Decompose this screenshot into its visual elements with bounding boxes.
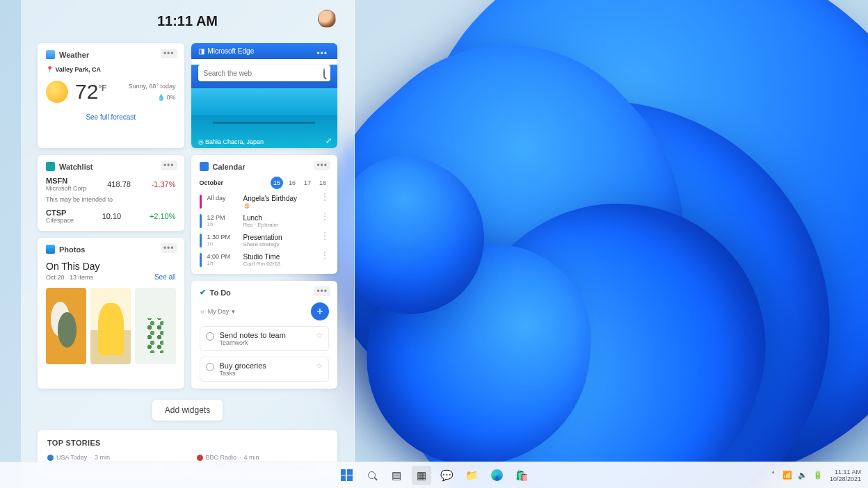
task-view-button[interactable]: ▤ — [387, 466, 406, 485]
sun-small-icon: ☼ — [200, 308, 205, 315]
widgets-panel: 11:11 AM ••• Weather 📍 Valley Park, CA 7… — [21, 0, 355, 488]
event-time: 12 PM1h — [207, 214, 238, 228]
watchlist-widget[interactable]: ••• Watchlist MSFN Microsoft Corp 418.78… — [38, 155, 184, 231]
watchlist-icon — [46, 162, 55, 171]
calendar-day[interactable]: 16 — [286, 177, 298, 189]
task-sub: Teamwork — [220, 339, 286, 346]
weather-temp: 72°F — [75, 80, 107, 104]
chevron-down-icon[interactable]: ▾ — [232, 308, 235, 315]
panel-clock: 11:11 AM — [157, 13, 218, 29]
source-dot-icon — [47, 455, 54, 461]
event-more-icon[interactable]: ⋮ — [321, 195, 329, 209]
calendar-day[interactable]: 18 — [316, 177, 329, 189]
weather-location: Valley Park, CA — [56, 66, 102, 73]
more-icon[interactable]: ••• — [314, 286, 330, 296]
tray-chevron[interactable]: ˄ — [771, 471, 775, 480]
star-icon[interactable]: ☆ — [316, 331, 323, 340]
task-checkbox[interactable] — [206, 332, 214, 341]
calendar-event[interactable]: 4:00 PM1h Studio TimeConf Rm 02/18 ⋮ — [200, 253, 330, 267]
edge-caption: ◎ Bahia Chacra, Japan — [198, 138, 264, 145]
star-icon[interactable]: ☆ — [316, 361, 323, 371]
photo-thumbnail[interactable] — [90, 288, 131, 364]
event-more-icon[interactable]: ⋮ — [321, 234, 329, 247]
photos-count: 13 items — [70, 274, 93, 281]
stock-row[interactable]: MSFN Microsoft Corp 418.78 -1.37% — [46, 177, 176, 192]
task-row[interactable]: Buy groceries Tasks ☆ — [200, 357, 330, 382]
edge-search-input[interactable] — [204, 70, 324, 77]
weather-icon — [46, 50, 55, 59]
event-bar — [200, 195, 202, 209]
photo-thumbnail[interactable] — [135, 288, 175, 364]
event-bar — [200, 253, 202, 267]
stock-change: -1.37% — [152, 180, 176, 188]
calendar-event[interactable]: 1:30 PM1h PresentationShare strategy ⋮ — [200, 234, 330, 247]
weather-summary: Sunny, 68° today — [129, 83, 176, 90]
file-explorer-button[interactable]: 📁 — [462, 466, 481, 485]
more-icon[interactable]: ••• — [161, 161, 177, 170]
edge-widget[interactable]: ◨Microsoft Edge ••• ◎ Bahia Chacra, Japa… — [191, 43, 338, 148]
more-icon[interactable]: ••• — [314, 161, 330, 170]
event-more-icon[interactable]: ⋮ — [321, 253, 329, 267]
see-all-link[interactable]: See all — [154, 273, 176, 281]
stock-symbol: MSFN — [46, 177, 67, 185]
calendar-event[interactable]: 12 PM1h LunchRec · Ephraim ⋮ — [200, 214, 330, 228]
photos-title: Photos — [59, 245, 85, 254]
calendar-widget[interactable]: ••• Calendar October 15 16 17 18 All day… — [191, 155, 338, 274]
start-button[interactable] — [337, 466, 356, 485]
weather-precip: 0% — [166, 94, 175, 101]
battery-icon: 🔋 — [813, 471, 823, 480]
taskbar-clock[interactable]: 11:11 AM 10/28/2021 — [830, 469, 861, 482]
watch-note: This may be intended to — [46, 196, 176, 203]
event-time: 4:00 PM1h — [207, 253, 238, 267]
edge-button[interactable] — [487, 466, 506, 485]
edge-icon: ◨ — [198, 47, 204, 55]
news-source: USA Today — [56, 454, 87, 461]
photo-thumbnail[interactable] — [46, 288, 86, 364]
top-stories-header: TOP STORIES — [47, 439, 328, 447]
task-row[interactable]: Send notes to team Teamwork ☆ — [200, 326, 330, 351]
stock-row[interactable]: CTSP Citespace 10.10 +2.10% — [46, 209, 176, 224]
event-title: Angela's Birthday🎂 — [243, 195, 298, 209]
todo-widget[interactable]: ••• ✔ To Do ☼ My Day ▾ + Send notes to t… — [191, 281, 338, 389]
more-icon[interactable]: ••• — [161, 49, 177, 58]
store-button[interactable]: 🛍️ — [512, 466, 531, 485]
taskbar: ▤ ▦ 💬 📁 🛍️ ˄ 📶 🔈 🔋 11:11 AM 10/28/2021 — [0, 462, 868, 488]
sun-icon — [46, 81, 68, 103]
source-dot-icon — [197, 455, 203, 461]
volume-icon: 🔈 — [798, 471, 807, 480]
calendar-day[interactable]: 17 — [301, 177, 314, 189]
search-icon — [323, 69, 325, 77]
task-checkbox[interactable] — [206, 363, 214, 371]
todo-icon: ✔ — [200, 288, 206, 297]
add-widgets-button[interactable]: Add widgets — [152, 400, 223, 421]
stock-change: +2.10% — [150, 212, 176, 220]
photos-widget[interactable]: ••• Photos On This Day Oct 28 13 items S… — [38, 238, 184, 389]
see-forecast-link[interactable]: See full forecast — [46, 113, 176, 121]
event-more-icon[interactable]: ⋮ — [321, 214, 329, 228]
news-ago: 4 min — [244, 454, 259, 461]
event-bar — [200, 214, 202, 228]
chat-button[interactable]: 💬 — [437, 466, 456, 485]
widgets-button[interactable]: ▦ — [412, 466, 431, 485]
calendar-day[interactable]: 15 — [271, 177, 283, 189]
add-task-button[interactable]: + — [311, 302, 329, 320]
stock-symbol: CTSP — [46, 209, 66, 217]
calendar-title: Calendar — [213, 163, 246, 171]
event-time: All day — [207, 195, 238, 209]
calendar-event[interactable]: All day Angela's Birthday🎂 ⋮ — [200, 195, 330, 209]
calendar-month: October — [200, 179, 224, 186]
todo-title: To Do — [210, 288, 231, 297]
weather-widget[interactable]: ••• Weather 📍 Valley Park, CA 72°F Sunny… — [38, 43, 184, 148]
calendar-icon — [200, 162, 209, 171]
expand-icon[interactable]: ⤢ — [326, 136, 332, 145]
more-icon[interactable]: ••• — [161, 243, 177, 253]
event-title: LunchRec · Ephraim — [243, 214, 279, 228]
search-button[interactable] — [362, 466, 381, 485]
more-icon[interactable]: ••• — [314, 49, 330, 58]
event-title: PresentationShare strategy — [243, 234, 282, 247]
wifi-icon: 📶 — [782, 471, 792, 480]
user-avatar[interactable] — [318, 10, 336, 28]
edge-search-box[interactable] — [198, 65, 331, 81]
photos-date: Oct 28 — [46, 274, 65, 281]
system-tray[interactable]: 📶 🔈 🔋 — [782, 471, 823, 480]
